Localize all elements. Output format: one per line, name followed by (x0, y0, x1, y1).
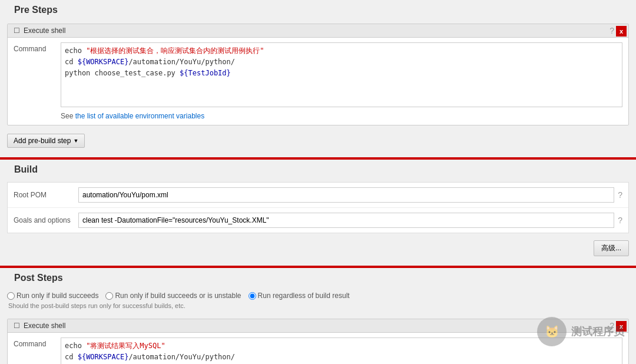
command-field-row: Command echo "根据选择的测试集合，响应测试集合内的测试用例执行" … (8, 38, 628, 112)
checkbox-icon: ☐ (14, 27, 20, 35)
env-vars-text: See (61, 112, 75, 120)
radio-option-1: Run only if build succeeds (7, 292, 98, 300)
advanced-button[interactable]: 高级... (594, 240, 629, 256)
env-vars-row: See the list of available environment va… (8, 112, 628, 125)
post-steps-execute-shell-box: ☐ Execute shell x ? Command echo "将测试结果写… (7, 319, 629, 364)
radio-build-regardless[interactable] (249, 292, 256, 300)
pre-steps-title: Pre Steps (7, 0, 65, 19)
add-prebuild-button[interactable]: Add pre-build step (7, 134, 85, 148)
env-vars-link[interactable]: the list of available environment variab… (75, 112, 204, 120)
goals-options-input[interactable] (78, 213, 614, 228)
post-steps-section: Post Steps Run only if build succeeds Ru… (0, 268, 636, 364)
radio-build-succeeds[interactable] (7, 292, 15, 300)
build-header: Build (0, 160, 636, 178)
pre-steps-execute-shell-box: ☐ Execute shell x ? Command echo "根据选择的测… (7, 24, 629, 125)
post-cmd-line-2: cd ${WORKSPACE}/automation/YouYu/python/ (65, 352, 618, 363)
build-title: Build (7, 160, 45, 179)
post-steps-header: Post Steps (0, 268, 636, 287)
watermark-text: 测试程序员 (571, 325, 624, 339)
pre-steps-command-area[interactable]: echo "根据选择的测试集合，响应测试集合内的测试用例执行" cd ${WOR… (61, 42, 622, 107)
root-pom-label: Root POM (14, 191, 78, 199)
pre-steps-help-icon[interactable]: ? (610, 26, 614, 35)
pre-steps-section: Pre Steps ☐ Execute shell x ? Command ec… (0, 0, 636, 157)
execute-shell-title-bar: ☐ Execute shell (8, 24, 628, 38)
execute-shell-label: Execute shell (24, 27, 65, 35)
post-command-label: Command (14, 337, 61, 348)
goals-help-icon[interactable]: ? (618, 216, 622, 225)
root-pom-input[interactable] (78, 187, 614, 203)
cmd-line-3: python choose_test_case.py ${TestJobId} (65, 68, 618, 79)
watermark: 🐱 测试程序员 (537, 317, 624, 346)
advanced-button-row: 高级... (0, 237, 636, 260)
radio-group: Run only if build succeeds Run only if b… (0, 287, 636, 314)
radio-option-2: Run only if build succeeds or is unstabl… (105, 292, 241, 300)
radio-option-3: Run regardless of build result (249, 292, 350, 300)
cmd-line-2: cd ${WORKSPACE}/automation/YouYu/python/ (65, 57, 618, 68)
post-checkbox-icon: ☐ (14, 322, 20, 330)
page-wrapper: Pre Steps ☐ Execute shell x ? Command ec… (0, 0, 636, 364)
radio-build-unstable[interactable] (105, 292, 113, 300)
root-pom-help-icon[interactable]: ? (618, 190, 622, 200)
post-execute-shell-title-bar: ☐ Execute shell (8, 319, 628, 333)
radio-hint: Should the post-build steps run only for… (7, 302, 629, 309)
radio-row: Run only if build succeeds Run only if b… (7, 292, 629, 300)
goals-options-row: Goals and options ? (8, 208, 628, 233)
post-execute-shell-label: Execute shell (24, 322, 65, 330)
root-pom-row: Root POM ? (8, 183, 628, 208)
radio-label-1: Run only if build succeeds (16, 292, 98, 300)
cmd-line-1: echo "根据选择的测试集合，响应测试集合内的测试用例执行" (65, 45, 618, 57)
radio-label-3: Run regardless of build result (258, 292, 350, 300)
pre-steps-header: Pre Steps (0, 0, 636, 19)
post-command-field-row: Command echo "将测试结果写入MySQL" cd ${WORKSPA… (8, 333, 628, 364)
build-section: Build Root POM ? Goals and options ? 高级.… (0, 160, 636, 266)
goals-options-label: Goals and options (14, 216, 78, 224)
command-label: Command (14, 42, 61, 53)
radio-label-2: Run only if build succeeds or is unstabl… (115, 292, 241, 300)
post-cmd-line-1: echo "将测试结果写入MySQL" (65, 340, 618, 352)
watermark-icon: 🐱 (537, 317, 567, 346)
build-fields-container: Root POM ? Goals and options ? (7, 182, 629, 233)
pre-steps-close-button[interactable]: x (616, 26, 627, 37)
post-steps-title: Post Steps (7, 268, 70, 287)
command-field-content: echo "根据选择的测试集合，响应测试集合内的测试用例执行" cd ${WOR… (61, 42, 622, 107)
